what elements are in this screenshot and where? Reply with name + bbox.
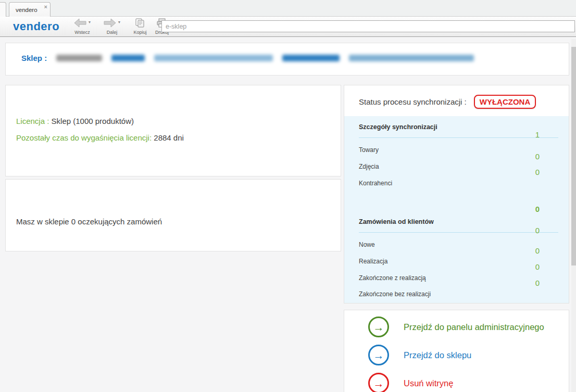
- order-row-value: 0: [535, 246, 540, 255]
- shop-header-panel: Sklep :: [5, 43, 569, 75]
- back-button-label: Wstecz: [70, 30, 94, 35]
- chevron-down-icon[interactable]: ▼: [118, 20, 121, 24]
- shop-label: Sklep :: [21, 54, 47, 62]
- back-button[interactable]: ▼ Wstecz: [70, 18, 94, 36]
- divider: [359, 232, 558, 233]
- sync-status-label: Status procesu synchronizacji :: [359, 97, 467, 106]
- order-row-label: Zakończone z realizacją: [359, 274, 426, 282]
- go-to-shop-label: Przejdź do sklepu: [404, 350, 471, 360]
- license-expiry-label: Pozostały czas do wygaśnięcia licencji:: [16, 133, 152, 142]
- go-to-admin-panel-link[interactable]: → Przejdź do panelu administracyjnego: [368, 317, 544, 337]
- search-input[interactable]: [161, 20, 575, 32]
- forward-arrow-icon: [103, 18, 117, 30]
- order-row-label: Realizacja: [359, 258, 387, 265]
- go-to-admin-panel-label: Przejdź do panelu administracyjnego: [404, 322, 544, 332]
- pending-orders-message: Masz w sklepie 0 oczekujących zamówień: [16, 217, 162, 226]
- tab-strip: vendero ×: [0, 0, 576, 17]
- redacted-admin-label: [282, 55, 340, 61]
- chevron-down-icon[interactable]: ▼: [88, 20, 92, 24]
- copy-button[interactable]: Kopiuj: [128, 18, 152, 36]
- copy-icon: [134, 18, 146, 30]
- close-icon[interactable]: ×: [44, 4, 47, 10]
- arrow-right-circle-icon: →: [368, 373, 389, 392]
- sync-summary-value: 0: [535, 205, 540, 213]
- sync-row-value: 0: [535, 152, 540, 161]
- delete-site-link[interactable]: → Usuń witrynę: [368, 373, 453, 392]
- redacted-shop-url: [154, 55, 273, 61]
- back-arrow-icon: [73, 18, 87, 30]
- redacted-shop-name: [56, 55, 102, 61]
- status-badge: WYŁĄCZONA: [474, 95, 536, 109]
- sync-details-header: Szczegóły synchronizacji: [359, 123, 437, 131]
- partial-tab: [0, 2, 6, 17]
- client-orders-header: Zamówienia od klientów: [359, 218, 434, 225]
- client-orders-header-value: 0: [535, 226, 540, 235]
- forward-button-label: Dalej: [100, 30, 124, 35]
- vertical-scrollbar[interactable]: [571, 39, 576, 392]
- arrow-right-circle-icon: →: [368, 345, 389, 365]
- order-row-label: Zakończone bez realizacji: [359, 290, 431, 298]
- sync-row-value: 0: [535, 168, 540, 176]
- sync-row-label: Kontrahenci: [359, 180, 392, 187]
- order-row-value: 0: [535, 262, 540, 271]
- toolbar: vendero ▼ Wstecz ▼ Dalej: [0, 17, 576, 37]
- license-expiry-value: 2884 dni: [154, 133, 184, 142]
- redacted-admin-email: [349, 55, 474, 61]
- redacted-address-label: [111, 55, 145, 61]
- license-label: Licencja :: [16, 117, 49, 125]
- sync-header-value: 1: [535, 130, 540, 139]
- sync-panel: Status procesu synchronizacji : WYŁĄCZON…: [344, 85, 569, 304]
- actions-panel: → Przejdź do panelu administracyjnego → …: [344, 310, 569, 392]
- sync-row-label: Zdjęcia: [359, 163, 379, 170]
- scrollbar-thumb[interactable]: [571, 47, 576, 265]
- tab-vendero[interactable]: vendero ×: [9, 2, 51, 17]
- forward-button[interactable]: ▼ Dalej: [100, 18, 124, 36]
- license-panel: Licencja : Sklep (1000 produktów) Pozost…: [5, 85, 341, 176]
- copy-button-label: Kopiuj: [128, 30, 152, 35]
- vendero-logo: vendero: [13, 20, 59, 33]
- order-row-label: Nowe: [359, 241, 375, 248]
- license-value: Sklep (1000 produktów): [52, 117, 134, 125]
- divider: [359, 137, 558, 138]
- arrow-right-circle-icon: →: [368, 317, 389, 337]
- delete-site-label: Usuń witrynę: [404, 378, 453, 388]
- tab-title: vendero: [16, 7, 37, 13]
- pending-orders-panel: Masz w sklepie 0 oczekujących zamówień: [5, 179, 341, 251]
- sync-details-section: Szczegóły synchronizacji 1 Towary 0 Zdję…: [344, 116, 569, 303]
- sync-row-label: Towary: [359, 146, 379, 154]
- go-to-shop-link[interactable]: → Przejdź do sklepu: [368, 345, 471, 365]
- order-row-value: 0: [535, 279, 540, 287]
